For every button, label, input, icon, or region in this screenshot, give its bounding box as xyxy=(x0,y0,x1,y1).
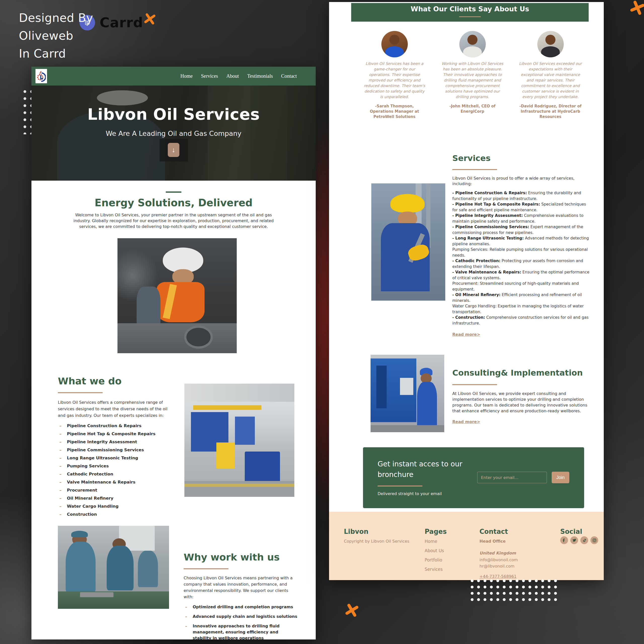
email-primary: info@libvonoil.com xyxy=(479,557,545,562)
footer-page-link[interactable]: Portfolio xyxy=(425,557,444,562)
benefit-list-item: Advanced supply chain and logistics solu… xyxy=(184,614,298,620)
service-detail-item: - Long Range Ultrasonic Testing: Advance… xyxy=(452,235,589,247)
what-we-do-paragraph: Libvon Oil Services offers a comprehensi… xyxy=(58,399,170,419)
design-showcase-canvas: Designed ByOlivewebIn Carrd Carrd xyxy=(0,0,644,644)
services-photo xyxy=(371,183,445,301)
client-avatar xyxy=(381,31,408,57)
section-dash xyxy=(166,191,181,193)
nav-item[interactable]: Contact xyxy=(281,73,297,79)
nav-item[interactable]: Home xyxy=(180,73,193,79)
service-list-item: Pumping Services xyxy=(58,464,170,468)
designer-credit: Designed ByOlivewebIn Carrd xyxy=(19,9,93,63)
what-we-do-list: Pipeline Construction & RepairsPipeline … xyxy=(58,423,170,517)
service-list-item: Procurement xyxy=(58,488,170,493)
heading-underline xyxy=(452,384,497,385)
intro-heading: Energy Solutions, Delivered xyxy=(31,197,316,209)
head-office-label: Head Office xyxy=(479,539,545,544)
service-detail-item: - Pipeline Integrity Assessment: Compreh… xyxy=(452,213,589,224)
service-detail-item: - Pipeline Commissioning Services: Exper… xyxy=(452,224,589,235)
site-footer: Libvon Copyright by Libvon Oil Services … xyxy=(329,512,604,580)
hero-title: Libvon Oil Services xyxy=(87,105,260,124)
service-list-item: Water Cargo Handling xyxy=(58,504,170,509)
service-detail-item: - Valve Maintenance & Repairs: Ensuring … xyxy=(452,269,589,281)
testimonial-card: Working with Libvon Oil Services has bee… xyxy=(441,31,504,114)
country-label: United Kingdom xyxy=(479,551,545,555)
consulting-heading: Consulting& Implementation xyxy=(452,368,589,378)
benefit-list-item: Innovative approaches to drilling fluid … xyxy=(184,623,298,639)
site-header: HomeServicesAboutTestimonialsContact xyxy=(31,67,316,86)
social-icons-row xyxy=(560,536,598,544)
service-detail-item: - Pipeline Construction & Repairs: Ensur… xyxy=(452,190,589,202)
service-list-item: Construction xyxy=(58,512,170,517)
heading-underline xyxy=(58,392,103,393)
subscribe-underline xyxy=(378,486,422,487)
main-nav: HomeServicesAboutTestimonialsContact xyxy=(180,67,297,86)
twitter-icon[interactable] xyxy=(570,536,578,544)
footer-brand-heading: Libvon xyxy=(344,528,368,535)
down-arrow-icon[interactable]: ↓ xyxy=(168,143,179,157)
testimonial-quote: Libvon Oil Services exceeded our expecta… xyxy=(519,61,582,100)
website-page-home: HomeServicesAboutTestimonialsContact Lib… xyxy=(31,67,316,639)
nav-item[interactable]: About xyxy=(226,73,239,79)
nav-item[interactable]: Testimonials xyxy=(247,73,273,79)
facebook-icon[interactable] xyxy=(560,536,568,544)
dots-pattern-bottom-right xyxy=(468,577,558,602)
service-list-item: Pipeline Hot Tap & Composite Repairs xyxy=(58,431,170,436)
service-list-item: Pipeline Construction & Repairs xyxy=(58,423,170,428)
credit-line: In Carrd xyxy=(19,45,93,63)
libvon-logo[interactable] xyxy=(35,69,47,83)
workers-photo xyxy=(58,526,169,609)
testimonial-author: -Sarah Thompson, Operations Manager at P… xyxy=(363,104,426,119)
subscribe-title: Get instant acces to our bronchure xyxy=(378,459,463,480)
join-button[interactable]: Join xyxy=(552,472,569,483)
service-detail-item: - Construction: Comprehensive constructi… xyxy=(452,315,589,326)
service-list-item: Long Range Ultrasonic Testing xyxy=(58,456,170,460)
benefit-list-item: Optimized drilling and completion progra… xyxy=(184,604,298,610)
hero-subtitle: We Are A Leading Oil and Gas Company xyxy=(106,130,241,137)
why-work-heading: Why work with us xyxy=(184,552,298,563)
nav-item[interactable]: Services xyxy=(201,73,218,79)
testimonials-banner: What Our Clients Say About Us xyxy=(351,3,589,22)
services-read-more-link[interactable]: Read more> xyxy=(452,332,480,337)
email-hr: hr@libvonoil.com xyxy=(479,564,545,569)
testimonial-author: -David Rodriguez, Director of Infrastruc… xyxy=(519,104,582,119)
copyright-text: Copyright by Libvon Oil Services xyxy=(344,539,409,544)
services-heading: Services xyxy=(452,153,589,163)
footer-social-heading: Social xyxy=(560,528,582,535)
service-list-item: Pipeline Integrity Assessment xyxy=(58,439,170,444)
service-detail-item: Procurement: Streamlined sourcing of hig… xyxy=(452,281,589,292)
service-list-item: Oil Mineral Refinery xyxy=(58,496,170,501)
instagram-icon[interactable] xyxy=(590,536,598,544)
credit-line: Oliveweb xyxy=(19,27,93,45)
footer-pages-heading: Pages xyxy=(425,528,447,535)
footer-pages-links: HomeAbout UsPortfolioServices xyxy=(425,539,444,576)
tiktok-icon[interactable] xyxy=(580,536,588,544)
email-input[interactable] xyxy=(477,472,547,483)
testimonial-quote: Libvon Oil Services has been a game-chan… xyxy=(363,61,426,100)
footer-page-link[interactable]: Home xyxy=(425,539,444,544)
subscribe-box: Get instant acces to our bronchure Deliv… xyxy=(363,447,584,508)
service-list-item: Cathodic Protection xyxy=(58,472,170,476)
service-list-item: Valve Maintenance & Repairs xyxy=(58,480,170,485)
orange-x-decoration xyxy=(142,11,157,26)
footer-page-link[interactable]: About Us xyxy=(425,548,444,553)
heading-underline xyxy=(452,169,497,170)
credit-line: Designed By xyxy=(19,9,93,27)
consulting-read-more-link[interactable]: Read more> xyxy=(452,419,480,424)
testimonial-card: Libvon Oil Services exceeded our expecta… xyxy=(519,31,582,119)
why-work-list: Optimized drilling and completion progra… xyxy=(184,604,298,639)
consulting-photo xyxy=(371,355,444,432)
client-avatar xyxy=(537,31,564,57)
website-page-testimonials: What Our Clients Say About Us Libvon Oil… xyxy=(329,2,604,580)
service-detail-item: - Cathodic Protection: Protecting your a… xyxy=(452,258,589,269)
heading-underline xyxy=(184,568,228,569)
service-list-item: Pipeline Commissioning Services xyxy=(58,448,170,452)
facility-photo xyxy=(184,384,294,497)
testimonial-card: Libvon Oil Services has been a game-chan… xyxy=(363,31,426,119)
service-detail-item: - Oil Mineral Refinery: Efficient proces… xyxy=(452,292,589,303)
testimonials-heading: What Our Clients Say About Us xyxy=(351,5,589,13)
testimonial-author: -John Mitchell, CEO of EnergiCorp xyxy=(441,104,504,114)
service-detail-item: Pumping Services: Reliable pumping solut… xyxy=(452,247,589,258)
footer-page-link[interactable]: Services xyxy=(425,567,444,572)
service-detail-item: - Pipeline Hot Tap & Composite Repairs: … xyxy=(452,202,589,213)
